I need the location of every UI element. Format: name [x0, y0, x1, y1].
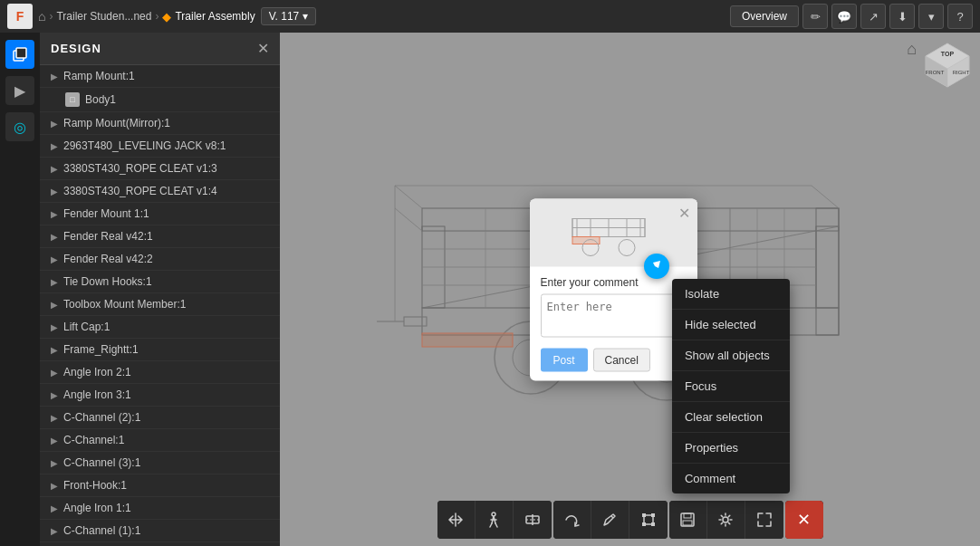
tool-pen[interactable] [591, 501, 629, 539]
tool-expand[interactable] [745, 501, 783, 539]
context-menu-item-isolate[interactable]: Isolate [672, 279, 790, 310]
expand-arrow-icon: ▶ [51, 72, 58, 81]
sidebar-header: DESIGN ✕ [40, 33, 280, 65]
sidebar-item[interactable]: ▶Angle Iron 3:1 [40, 384, 280, 407]
sidebar-item[interactable]: ▶Lift Cap:1 [40, 316, 280, 339]
3d-viewport[interactable]: ⌂ TOP FRONT RIGHT ✕ [280, 33, 980, 546]
tool-save[interactable] [669, 501, 707, 539]
sidebar-item[interactable]: ▶Frame_Rightt:1 [40, 339, 280, 361]
help-icon-button[interactable]: ? [947, 4, 973, 29]
share-icon-button[interactable]: ↗ [860, 4, 886, 29]
svg-point-62 [723, 517, 728, 522]
icon-bar-circle[interactable]: ◎ [5, 112, 34, 141]
home-icon[interactable]: ⌂ [38, 9, 45, 24]
tool-group-close: ✕ [785, 501, 823, 539]
sidebar-item[interactable]: ▶Fender Real v42:2 [40, 248, 280, 271]
svg-text:RIGHT: RIGHT [953, 70, 970, 75]
sidebar-item-label: C-Channel (3):1 [63, 456, 140, 469]
tool-section[interactable] [514, 501, 552, 539]
tool-group-file [669, 501, 783, 539]
overview-button[interactable]: Overview [730, 5, 799, 27]
sidebar-item[interactable]: ▶Ramp Mount(Mirror):1 [40, 112, 280, 135]
dialog-label: Enter your comment [541, 275, 687, 288]
tool-transform[interactable] [629, 501, 668, 539]
svg-rect-55 [642, 513, 646, 517]
context-menu-item-focus[interactable]: Focus [672, 371, 790, 402]
expand-arrow-icon: ▶ [51, 503, 58, 513]
expand-arrow-icon: ▶ [51, 209, 58, 219]
sidebar-item-label: Angle Iron 2:1 [63, 366, 131, 378]
annotation-pin[interactable] [644, 254, 669, 279]
expand-arrow-icon: ▶ [51, 300, 58, 310]
sidebar-item[interactable]: ▶Angle Iron 2:1 [40, 361, 280, 384]
context-menu-item-show-all-objects[interactable]: Show all objects [672, 340, 790, 371]
sidebar-item-label: 2963T480_LEVELING JACK v8:1 [63, 139, 226, 152]
sidebar-item[interactable]: ▶3380ST430_ROPE CLEAT v1:4 [40, 180, 280, 203]
comment-textarea[interactable] [541, 293, 687, 337]
viewport-home-button[interactable]: ⌂ [907, 40, 917, 59]
tool-settings[interactable] [707, 501, 745, 539]
svg-rect-4 [816, 226, 839, 308]
tool-close[interactable]: ✕ [785, 501, 823, 539]
expand-arrow-icon: ▶ [51, 322, 58, 332]
tool-rotate[interactable] [553, 501, 591, 539]
sidebar-item[interactable]: ▶2963T480_LEVELING JACK v8:1 [40, 135, 280, 158]
context-menu-item-comment[interactable]: Comment [672, 464, 790, 493]
sidebar-item-label: Toolbox Mount Member:1 [63, 298, 186, 311]
sidebar-item[interactable]: ▶Fender Mount 1:1 [40, 203, 280, 225]
version-button[interactable]: V. 117 ▾ [261, 7, 317, 25]
sidebar-item[interactable]: ▶C-Channel:1 [40, 429, 280, 452]
dialog-preview [530, 198, 697, 266]
breadcrumb-item-1[interactable]: Trailer Studen...ned [56, 10, 151, 23]
download-icon-button[interactable]: ⬇ [889, 4, 915, 29]
svg-line-53 [611, 516, 613, 518]
sidebar-item-label: Angle Iron 1:1 [63, 502, 131, 514]
tool-group-edit [553, 501, 668, 539]
sidebar-close-button[interactable]: ✕ [257, 40, 269, 57]
sidebar-item-label: Fender Real v42:1 [63, 230, 153, 243]
sidebar-item-label: C-Channel (2):1 [63, 411, 140, 424]
more-icon-button[interactable]: ▾ [918, 4, 944, 29]
icon-bar-play[interactable]: ▶ [5, 76, 34, 105]
post-button[interactable]: Post [541, 348, 588, 371]
edit-icon-button[interactable]: ✏ [802, 4, 828, 29]
expand-arrow-icon: ▶ [51, 164, 58, 174]
sidebar-item[interactable]: ▶C-Channel (3):1 [40, 452, 280, 474]
sidebar-item[interactable]: ▶Center Beam:1 [40, 542, 280, 546]
sidebar-item-label: C-Channel (1):1 [63, 524, 140, 537]
sidebar-item[interactable]: ▶Toolbox Mount Member:1 [40, 293, 280, 316]
context-menu-item-properties[interactable]: Properties [672, 433, 790, 464]
sidebar-item[interactable]: ▶Ramp Mount:1 [40, 65, 280, 88]
cube-navigator[interactable]: TOP FRONT RIGHT [922, 40, 973, 91]
svg-text:FRONT: FRONT [926, 70, 945, 75]
app-logo: F [7, 4, 33, 29]
dialog-close-button[interactable]: ✕ [678, 204, 690, 221]
dialog-actions: Post Cancel [541, 348, 687, 371]
sidebar-item[interactable]: ▶C-Channel (1):1 [40, 520, 280, 542]
sidebar-item[interactable]: ▶C-Channel (2):1 [40, 407, 280, 429]
sidebar-item[interactable]: ▶Front-Hook:1 [40, 474, 280, 497]
svg-line-18 [395, 186, 422, 208]
expand-arrow-icon: ▶ [51, 481, 58, 491]
svg-rect-56 [651, 513, 655, 517]
top-actions: Overview ✏ 💬 ↗ ⬇ ▾ ? [730, 4, 973, 29]
sidebar-item[interactable]: ▶Angle Iron 1:1 [40, 497, 280, 520]
sidebar-item[interactable]: ▶3380ST430_ROPE CLEAT v1:3 [40, 158, 280, 180]
icon-bar-cube[interactable] [5, 40, 34, 69]
tool-pan[interactable] [437, 501, 476, 539]
tool-walk[interactable] [476, 501, 514, 539]
cancel-button[interactable]: Cancel [593, 348, 650, 371]
sidebar-item-label: Fender Real v42:2 [63, 253, 153, 265]
expand-arrow-icon: ▶ [51, 458, 58, 468]
sidebar-item[interactable]: ▶Fender Real v42:1 [40, 225, 280, 248]
context-menu-item-clear-selection[interactable]: Clear selection [672, 402, 790, 433]
breadcrumb-item-2[interactable]: Trailer Assembly [175, 10, 255, 23]
breadcrumb: ⌂ › Trailer Studen...ned › ◆ Trailer Ass… [38, 9, 255, 24]
main-layout: ▶ ◎ DESIGN ✕ ▶Ramp Mount:1□Body1▶Ramp Mo… [0, 33, 980, 546]
comment-icon-button[interactable]: 💬 [831, 4, 857, 29]
expand-arrow-icon: ▶ [51, 232, 58, 242]
sidebar-item[interactable]: ▶Tie Down Hooks:1 [40, 271, 280, 293]
sidebar-item[interactable]: □Body1 [40, 88, 280, 112]
sidebar-title: DESIGN [51, 42, 101, 55]
context-menu-item-hide-selected[interactable]: Hide selected [672, 310, 790, 340]
